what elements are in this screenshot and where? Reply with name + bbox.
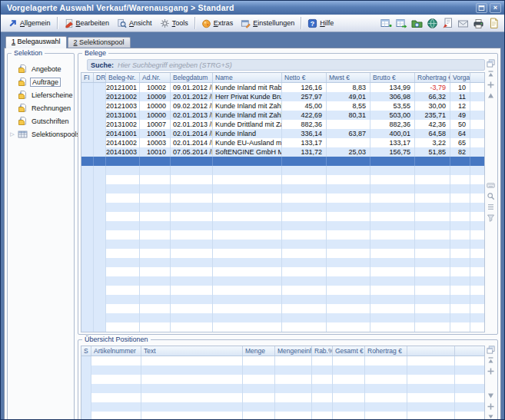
close-window-button[interactable]: × xyxy=(490,3,501,13)
empty-row[interactable] xyxy=(81,230,484,240)
sidebar-item-rechnungen[interactable]: Rechnungen xyxy=(8,101,74,114)
folder-web-icon[interactable] xyxy=(411,18,423,29)
restore-window-button[interactable] xyxy=(476,3,487,13)
sidebar-item-selektionspools[interactable]: ▷Selektionspools xyxy=(8,127,74,141)
sidebar-item-lieferscheine[interactable]: Lieferscheine xyxy=(8,88,74,101)
column-header-menge[interactable]: Menge xyxy=(243,346,275,356)
table-row[interactable]: 201310021000702.01.2013 /MiKunde Drittla… xyxy=(81,120,484,129)
empty-row[interactable] xyxy=(81,322,484,332)
cell: 20141003 xyxy=(106,147,140,157)
empty-row[interactable] xyxy=(81,402,484,412)
tools-icon xyxy=(160,18,170,28)
empty-row[interactable] xyxy=(81,193,484,203)
empty-row[interactable] xyxy=(81,375,484,384)
column-header-mwst-[interactable]: Mwst € xyxy=(327,73,370,82)
column-header-s[interactable]: S xyxy=(81,346,91,356)
table-go-icon[interactable] xyxy=(396,18,407,29)
table-row[interactable]: 201410031001007.05.2014 /MiSoftENGINE Gm… xyxy=(81,147,484,157)
empty-row[interactable] xyxy=(81,267,484,276)
column-header-dr[interactable]: DR xyxy=(94,73,106,82)
column-header-ad-nr-[interactable]: Ad.Nr. xyxy=(140,73,171,82)
column-header-name[interactable]: Name xyxy=(213,73,282,82)
table-new-icon[interactable] xyxy=(380,18,392,29)
table-row[interactable]: 201310011000002.01.2013 /MiKunde Inland … xyxy=(81,111,484,120)
empty-row[interactable] xyxy=(81,184,484,193)
menu-item-allgemein[interactable]: Allgemein xyxy=(4,17,55,30)
menu-item-tools[interactable]: Tools xyxy=(156,17,192,30)
empty-row[interactable] xyxy=(81,212,484,221)
empty-row[interactable] xyxy=(81,203,484,212)
column-chooser-icon[interactable] xyxy=(487,346,495,354)
tab-1-belegauswahl[interactable]: 1 Belegauswahl xyxy=(5,36,67,48)
keyboard-icon[interactable] xyxy=(487,181,495,190)
column-header-gesamt-[interactable]: Gesamt € xyxy=(333,346,365,356)
empty-row[interactable] xyxy=(81,276,484,286)
empty-row[interactable] xyxy=(81,393,484,402)
printer-icon[interactable] xyxy=(473,18,484,29)
empty-row[interactable] xyxy=(81,384,484,393)
scroll-down-icon[interactable] xyxy=(487,392,495,400)
empty-row[interactable] xyxy=(81,175,484,184)
search-input[interactable] xyxy=(118,61,481,70)
menu-item-hilfe[interactable]: ?Hilfe xyxy=(304,17,337,30)
column-header-rohertrag-[interactable]: Rohertrag € xyxy=(415,73,450,82)
column-header-rab-[interactable]: Rab.% xyxy=(312,346,333,356)
table-row[interactable]: 201210021000920.01.2012 /FrHerr Privat K… xyxy=(81,92,484,101)
filter-icon[interactable] xyxy=(487,213,495,222)
table-row[interactable]: 201210011000209.01.2012 /MoKunde Inland … xyxy=(81,83,484,92)
insert-plus-icon[interactable] xyxy=(487,81,495,89)
sidebar-item-angebote[interactable]: Angebote xyxy=(8,62,74,75)
empty-row[interactable] xyxy=(81,295,484,304)
scroll-up-icon[interactable] xyxy=(487,91,495,100)
list-icon[interactable] xyxy=(487,203,495,211)
cell: 30,00 xyxy=(415,101,450,111)
empty-row[interactable] xyxy=(81,304,484,313)
column-header-belegdatum[interactable]: Belegdatum xyxy=(171,73,213,82)
column-header-fi[interactable]: FI xyxy=(81,73,94,82)
empty-row[interactable] xyxy=(81,412,484,420)
selected-row[interactable] xyxy=(81,157,484,166)
menu-item-extras[interactable]: Extras xyxy=(198,17,238,30)
tab-2-selektionspool[interactable]: 2 Selektionspool xyxy=(68,37,131,48)
cell xyxy=(470,147,484,157)
search-icon[interactable] xyxy=(487,192,495,200)
scroll-first-icon[interactable] xyxy=(487,70,495,78)
scroll-first-icon[interactable] xyxy=(487,356,495,365)
empty-row[interactable] xyxy=(81,221,484,230)
mail-icon[interactable] xyxy=(457,18,469,29)
sidebar-item-gutschriften[interactable]: Gutschriften xyxy=(8,114,74,127)
empty-row[interactable] xyxy=(81,286,484,295)
table-row[interactable]: 201410021000302.01.2014 /DoKunde EU-Ausl… xyxy=(81,138,484,147)
menu-item-ansicht[interactable]: Ansicht xyxy=(113,17,156,30)
empty-row[interactable] xyxy=(81,166,484,175)
doc-export-icon[interactable] xyxy=(442,18,454,29)
insert-plus-icon[interactable] xyxy=(487,367,495,375)
expander-icon[interactable]: ▷ xyxy=(9,131,15,137)
column-header-vorgang[interactable]: Vorgang xyxy=(450,73,470,82)
empty-row[interactable] xyxy=(81,313,484,322)
column-header-rohertrag-[interactable]: Rohertrag € xyxy=(365,346,407,356)
empty-row[interactable] xyxy=(81,240,484,249)
column-header-mengeneinheit[interactable]: Mengeneinheit xyxy=(275,346,312,356)
menu-item-bearbeiten[interactable]: Bearbeiten xyxy=(60,17,114,30)
empty-row[interactable] xyxy=(81,356,484,365)
cell xyxy=(81,193,94,203)
insert-plus-icon[interactable] xyxy=(487,402,495,411)
page-icon[interactable] xyxy=(488,18,500,29)
empty-row[interactable] xyxy=(81,249,484,258)
empty-row[interactable] xyxy=(81,258,484,267)
scroll-last-icon[interactable] xyxy=(487,413,495,420)
table-row[interactable]: 201210031000009.02.2012 /DoKunde Inland … xyxy=(81,101,484,111)
sidebar-item-auftr-ge[interactable]: Aufträge xyxy=(8,75,74,88)
column-header-text[interactable]: Text xyxy=(141,346,243,356)
column-header-brutto-[interactable]: Brutto € xyxy=(370,73,415,82)
globe-icon[interactable] xyxy=(427,18,438,29)
table-row[interactable]: 201410011000102.01.2014 /DoKunde Inland3… xyxy=(81,129,484,138)
column-chooser-icon[interactable] xyxy=(487,59,495,68)
column-header-artikelnummer[interactable]: Artikelnummer xyxy=(91,346,141,356)
column-header-netto-[interactable]: Netto € xyxy=(282,73,327,82)
menu-item-einstellungen[interactable]: Einstellungen xyxy=(237,17,298,30)
search-bar[interactable]: Suche: xyxy=(87,59,485,71)
column-header-beleg-nr-[interactable]: Beleg-Nr.▼ xyxy=(106,73,140,82)
empty-row[interactable] xyxy=(81,365,484,375)
